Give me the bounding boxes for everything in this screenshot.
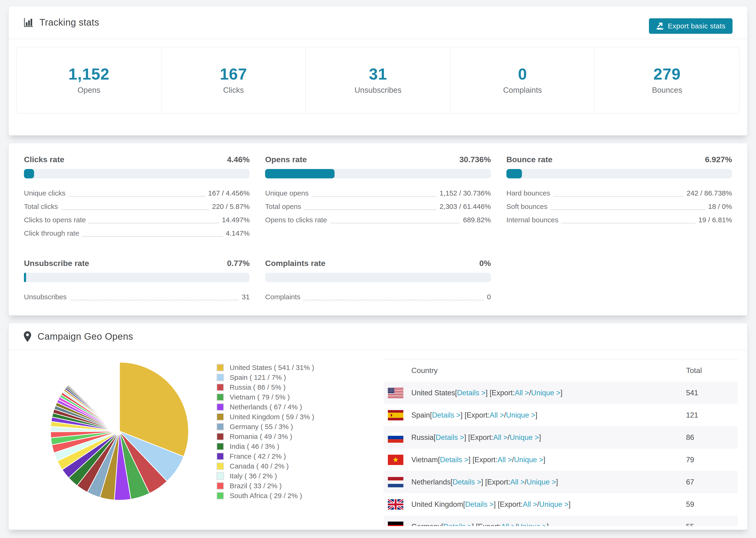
- export-basic-stats-label: Export basic stats: [668, 22, 726, 30]
- export-unique-link[interactable]: Unique >: [514, 456, 543, 464]
- bracket: ] [Export:: [486, 389, 514, 397]
- legend-label: Canada ( 40 / 2% ): [230, 462, 289, 470]
- legend-label: France ( 42 / 2% ): [230, 452, 286, 460]
- rate-detail-rows: Hard bounces242 / 86.738%Soft bounces18 …: [507, 187, 732, 227]
- rate-head-bounce-rate: Bounce rate6.927%: [507, 154, 732, 164]
- legend-item-romania: Romania ( 49 / 3% ): [216, 432, 314, 442]
- geo-cell-country: Germany [Details >] [Export: All > / Uni…: [384, 515, 686, 526]
- bracket: ]: [543, 456, 545, 464]
- export-unique-link[interactable]: Unique >: [506, 411, 535, 419]
- export-all-link[interactable]: All >: [510, 478, 524, 486]
- geo-cell-country: Spain [Details >] [Export: All > / Uniqu…: [384, 404, 686, 426]
- bracket: ]: [561, 389, 563, 397]
- pie-svg: [49, 361, 190, 502]
- stat-value-bounces: 279: [653, 66, 681, 82]
- rate-value-label: 0%: [479, 258, 491, 268]
- rate-row-label: Unique opens: [265, 189, 308, 197]
- geo-legend: United States ( 541 / 31% )Spain ( 121 /…: [216, 363, 314, 501]
- rates-grid: Clicks rate4.46%Unique clicks167 / 4.456…: [24, 154, 732, 303]
- legend-item-netherlands: Netherlands ( 67 / 4% ): [216, 402, 314, 412]
- bracket: [: [455, 389, 457, 397]
- flag-vn-icon: [388, 455, 411, 465]
- bracket: [: [463, 500, 465, 509]
- export-unique-link[interactable]: Unique >: [517, 522, 547, 526]
- rate-head-opens-rate: Opens rate30.736%: [265, 154, 491, 164]
- legend-item-vietnam: Vietnam ( 79 / 5% ): [216, 392, 314, 402]
- details-link[interactable]: Details >: [465, 500, 494, 509]
- legend-label: South Africa ( 29 / 2% ): [230, 492, 302, 500]
- details-link[interactable]: Details >: [432, 411, 460, 419]
- rate-detail-rows: Complaints0: [265, 290, 491, 303]
- rate-progressbar: [265, 273, 491, 282]
- export-all-link[interactable]: All >: [523, 500, 537, 509]
- legend-item-russia: Russia ( 86 / 5% ): [216, 382, 314, 392]
- flag-nl-icon: [388, 477, 411, 487]
- export-basic-stats-button[interactable]: Export basic stats: [649, 18, 732, 34]
- dotted-leader: [69, 190, 205, 197]
- rate-row-label: Soft bounces: [507, 202, 548, 211]
- details-link[interactable]: Details >: [453, 478, 481, 486]
- stat-value-unsubscribes: 31: [369, 66, 387, 82]
- rate-row-value: 167 / 4.456%: [208, 189, 250, 197]
- geo-table-wrap: Country Total United States [Details >] …: [384, 359, 738, 526]
- geo-row-united-states: United States [Details >] [Export: All >…: [384, 382, 738, 404]
- rate-head-complaints-rate: Complaints rate0%: [265, 258, 491, 268]
- legend-item-brazil: Brazil ( 33 / 2% ): [216, 481, 314, 491]
- geo-row-russia: Russia [Details >] [Export: All > / Uniq…: [384, 426, 738, 449]
- rate-title-label: Opens rate: [265, 154, 307, 164]
- dotted-leader: [553, 190, 683, 197]
- dotted-leader: [70, 294, 239, 300]
- rate-row-label: Total clicks: [24, 202, 58, 211]
- rate-progressbar: [24, 273, 249, 282]
- slash: /: [512, 456, 514, 464]
- dotted-leader: [89, 216, 218, 224]
- rate-row-label: Clicks to opens rate: [24, 216, 86, 224]
- bracket: ]: [547, 522, 549, 526]
- bracket: [: [430, 411, 432, 419]
- details-link[interactable]: Details >: [457, 389, 486, 397]
- export-unique-link[interactable]: Unique >: [531, 389, 561, 397]
- slash: /: [537, 500, 539, 509]
- rate-row-clicks-to-opens-rate: Clicks to opens rate14.497%: [24, 213, 249, 227]
- dotted-leader: [562, 216, 695, 224]
- legend-swatch-france: [216, 453, 224, 460]
- legend-swatch-brazil: [216, 482, 224, 490]
- export-unique-link[interactable]: Unique >: [539, 500, 568, 509]
- rate-row-soft-bounces: Soft bounces18 / 0%: [507, 200, 732, 213]
- export-all-link[interactable]: All >: [514, 389, 529, 397]
- rates-card: Clicks rate4.46%Unique clicks167 / 4.456…: [8, 143, 748, 316]
- rate-row-label: Unique clicks: [24, 189, 66, 197]
- country-name: Spain: [411, 411, 430, 419]
- export-all-link[interactable]: All >: [498, 456, 512, 464]
- legend-label: Netherlands ( 67 / 4% ): [230, 403, 302, 411]
- export-unique-link[interactable]: Unique >: [527, 478, 556, 486]
- export-unique-link[interactable]: Unique >: [510, 433, 539, 442]
- rate-row-unique-opens: Unique opens1,152 / 30.736%: [265, 187, 491, 200]
- details-link[interactable]: Details >: [443, 522, 472, 526]
- export-all-link[interactable]: All >: [493, 433, 508, 442]
- rate-block-complaints-rate: Complaints rate0%Complaints0: [265, 258, 491, 303]
- details-link[interactable]: Details >: [436, 433, 464, 442]
- rate-detail-rows: Unsubscribes31: [24, 290, 249, 303]
- legend-swatch-russia: [216, 384, 224, 391]
- country-cell: Vietnam [Details >] [Export: All > / Uni…: [384, 455, 686, 465]
- export-all-link[interactable]: All >: [501, 522, 515, 526]
- legend-swatch-united-kingdom: [216, 413, 224, 421]
- rate-row-value: 31: [242, 293, 249, 301]
- dotted-leader: [551, 203, 705, 210]
- rate-row-unsubscribes: Unsubscribes31: [24, 290, 249, 303]
- legend-label: Russia ( 86 / 5% ): [230, 383, 286, 391]
- legend-swatch-united-states: [216, 364, 224, 371]
- legend-label: Spain ( 121 / 7% ): [230, 373, 286, 381]
- geo-cell-country: United Kingdom [Details >] [Export: All …: [384, 493, 686, 515]
- stat-clicks: 167Clicks: [161, 47, 306, 113]
- legend-label: United Kingdom ( 59 / 3% ): [230, 413, 314, 421]
- export-all-link[interactable]: All >: [490, 411, 504, 419]
- details-link[interactable]: Details >: [440, 456, 468, 464]
- legend-swatch-netherlands: [216, 403, 224, 411]
- rate-progressbar-fill: [24, 273, 26, 282]
- country-name: Germany: [411, 522, 441, 526]
- legend-swatch-india: [216, 443, 224, 450]
- stat-value-clicks: 167: [220, 66, 247, 82]
- geo-cell-total: 59: [686, 493, 738, 515]
